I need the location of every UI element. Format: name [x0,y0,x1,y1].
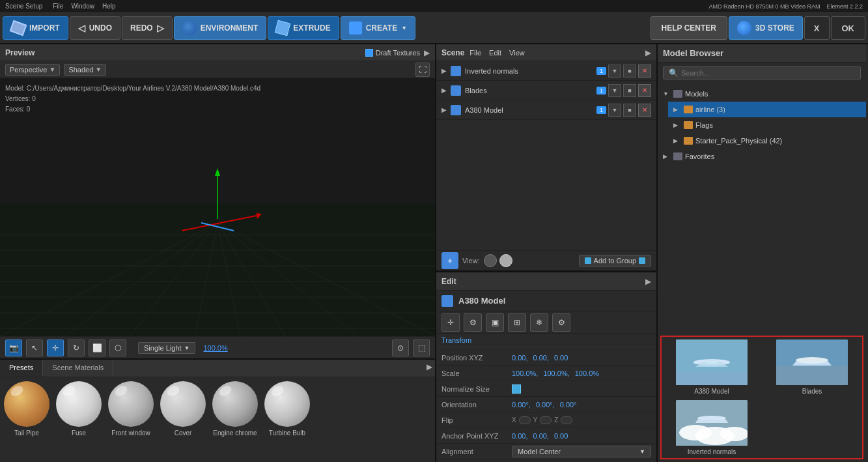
edit-toolbar: ✛ ⚙ ▣ ⊞ ❄ ⚙ [436,311,656,334]
transform-tool-button[interactable]: ⬡ [109,339,126,356]
preview-header: Preview Draft Textures ▶ [0,44,435,61]
rotate-tool-button[interactable]: ↻ [68,339,85,356]
environment-button[interactable]: ENVIRONMENT [174,16,267,40]
edit-group-btn[interactable]: ⊞ [508,313,526,332]
flip-y-toggle[interactable] [540,416,552,424]
scene-menu-view[interactable]: View [509,49,525,57]
search-input[interactable] [681,69,855,77]
ok-button[interactable]: OK [831,16,866,40]
tree-item-flags[interactable]: ▶ Flags [668,117,866,133]
material-cover[interactable]: Cover [160,381,206,458]
fuse-sphere [56,381,102,427]
draft-textures-checkbox[interactable] [365,49,373,57]
material-fuse[interactable]: Fuse [56,381,102,458]
edit-move-btn[interactable]: ✛ [441,313,460,332]
alignment-dropdown[interactable]: Model Center ▼ [512,446,651,457]
light-dropdown[interactable]: Single Light ▼ [138,342,195,354]
material-turbine-bulb[interactable]: Turbine Bulb [264,381,310,458]
scene-expand-icon[interactable]: ▶ [645,48,651,57]
model-browser-search[interactable]: 🔍 [663,66,861,79]
material-engine-chrome[interactable]: Engine chrome [212,381,258,458]
edit-gear-btn[interactable]: ⚙ [464,313,482,332]
scale-tool-button[interactable]: ⬜ [89,339,105,356]
normalize-checkbox[interactable] [512,384,521,394]
prop-scale: Scale 100.0%, 100.0%, 100.0% [436,366,656,381]
window-title: Scene Setup [5,3,42,10]
thumb-inverted-normals[interactable]: Inverted normals [664,400,759,455]
tree-item-airline[interactable]: ▶ airline (3) [668,102,866,117]
item-toggle-0[interactable]: ▼ [608,65,621,78]
folder-icon-flags [684,121,693,129]
edit-fx-btn[interactable]: ❄ [530,313,548,332]
select-tool-button[interactable]: ↖ [26,339,43,356]
scene-menu-edit[interactable]: Edit [489,49,501,57]
sphere-highlight [9,384,25,398]
edit-expand-icon[interactable]: ▶ [645,277,651,286]
add-to-group-button[interactable]: Add to Group [579,255,651,267]
import-icon [10,20,27,36]
scene-menu-file[interactable]: File [469,49,481,57]
perspective-dropdown[interactable]: Perspective ▼ [5,64,60,76]
item-vis-0[interactable]: ■ [623,65,636,78]
scene-item-inverted-normals[interactable]: ▶ Inverted normals 1 ▼ ■ ✕ [436,61,656,81]
flip-x-toggle[interactable] [519,416,531,424]
move-tool-button[interactable]: ✛ [47,339,64,356]
undo-button[interactable]: ◁ UNDO [70,16,120,40]
item-toggle-1[interactable]: ▼ [608,84,621,97]
eye-icon-1: ■ [628,87,631,94]
menu-file[interactable]: File [53,3,63,10]
edit-layer-btn[interactable]: ▣ [486,313,504,332]
item-controls-0: 1 ▼ ■ ✕ [596,65,651,78]
draft-textures-toggle[interactable]: Draft Textures [365,49,420,57]
view-light-button[interactable] [499,254,512,267]
edit-settings-btn[interactable]: ⚙ [552,313,570,332]
tree-item-starter-pack[interactable]: ▶ Starter_Pack_Physical (42) [668,133,866,149]
item-delete-1[interactable]: ✕ [638,84,651,97]
item-vis-1[interactable]: ■ [623,84,636,97]
preview-expand-icon[interactable]: ▶ [424,48,430,57]
import-button[interactable]: IMPORT [3,16,68,40]
material-front-window[interactable]: Front window [108,381,154,458]
item-delete-2[interactable]: ✕ [638,104,651,117]
item-toggle-2[interactable]: ▼ [608,104,621,117]
zoom-level[interactable]: 100.0% [203,344,227,352]
redo-button[interactable]: REDO ▷ [122,16,173,40]
create-button[interactable]: CREATE ▼ [341,16,415,40]
item-arrow-0: ▶ [441,67,447,74]
thumb-img-a380 [676,339,748,385]
camera-tool-button[interactable]: 📷 [5,339,22,356]
thumb-blades[interactable]: Blades [764,339,860,395]
sphere-highlight-3 [113,384,129,398]
create-icon [349,22,362,35]
3d-store-button[interactable]: 3D STORE [729,16,803,40]
menu-help[interactable]: Help [102,3,116,10]
tab-scene-materials[interactable]: Scene Materials [43,360,113,377]
item-delete-0[interactable]: ✕ [638,65,651,78]
item-vis-2[interactable]: ■ [623,104,636,117]
viewport-expand-button[interactable]: ⛶ [415,63,430,77]
materials-section: Presets Scene Materials ▶ Tail Pipe [0,358,435,462]
menu-window[interactable]: Window [71,3,94,10]
tree-item-models[interactable]: ▼ Models [658,86,866,102]
main-toolbar: IMPORT ◁ UNDO REDO ▷ ENVIRONMENT EXTRUDE… [0,13,868,44]
engine-chrome-sphere [212,381,258,427]
flip-z-toggle[interactable] [561,416,572,424]
add-scene-item-button[interactable]: + [441,252,458,269]
scene-item-a380[interactable]: ▶ A380 Model 1 ▼ ■ ✕ [436,100,656,120]
scene-item-blades[interactable]: ▶ Blades 1 ▼ ■ ✕ [436,81,656,100]
prop-normalize: Normalize Size [436,381,656,397]
tab-presets[interactable]: Presets [0,360,43,377]
shaded-dropdown[interactable]: Shaded ▼ [64,64,106,76]
help-center-button[interactable]: HELP CENTER [651,16,727,40]
view-dark-button[interactable] [484,254,497,267]
fit-view-button[interactable]: ⬚ [413,339,430,356]
target-icon-btn[interactable]: ⊙ [392,339,409,356]
x-button[interactable]: X [804,16,830,40]
thumb-a380[interactable]: A380 Model [664,339,759,395]
3d-viewport[interactable]: Model: C:/Users/Администратор/Desktop/Yo… [0,78,435,336]
properties-list: Position XYZ 0.00, 0.00, 0.00 Scale 100.… [436,347,656,462]
extrude-button[interactable]: EXTRUDE [268,16,339,40]
materials-expand-icon[interactable]: ▶ [427,362,432,371]
tree-item-favorites[interactable]: ▶ Favorites [658,149,866,164]
material-tail-pipe[interactable]: Tail Pipe [4,381,49,458]
